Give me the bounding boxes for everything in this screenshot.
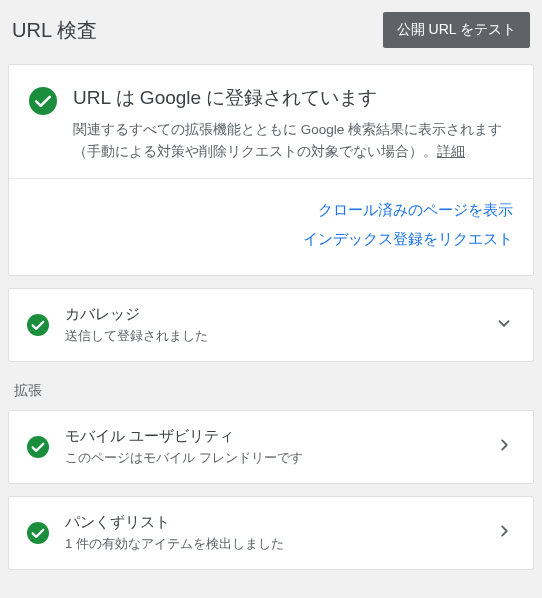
svg-point-0 <box>29 87 57 115</box>
chevron-down-icon <box>493 312 515 338</box>
row-body: カバレッジ 送信して登録されました <box>65 305 477 345</box>
indexing-status: URL は Google に登録されています 関連するすべての拡張機能とともに … <box>9 65 533 178</box>
breadcrumbs-row[interactable]: パンくずリスト 1 件の有効なアイテムを検出しました <box>8 496 534 570</box>
enhancements-label: 拡張 <box>0 374 542 410</box>
enhancement-title: モバイル ユーザビリティ <box>65 427 477 446</box>
success-check-icon <box>27 314 49 336</box>
status-description: 関連するすべての拡張機能とともに Google 検索結果に表示されます（手動によ… <box>73 119 513 162</box>
show-crawled-page-link[interactable]: クロール済みのページを表示 <box>29 201 513 220</box>
coverage-subtitle: 送信して登録されました <box>65 327 477 345</box>
row-body: パンくずリスト 1 件の有効なアイテムを検出しました <box>65 513 477 553</box>
details-link[interactable]: 詳細 <box>437 144 465 159</box>
page-title: URL 検査 <box>12 17 97 44</box>
actions: クロール済みのページを表示 インデックス登録をリクエスト <box>9 178 533 275</box>
success-check-icon <box>29 87 57 115</box>
coverage-title: カバレッジ <box>65 305 477 324</box>
request-indexing-link[interactable]: インデックス登録をリクエスト <box>29 230 513 249</box>
svg-point-3 <box>27 522 49 544</box>
test-live-url-button[interactable]: 公開 URL をテスト <box>383 12 530 48</box>
status-body: URL は Google に登録されています 関連するすべての拡張機能とともに … <box>73 85 513 162</box>
indexing-status-card: URL は Google に登録されています 関連するすべての拡張機能とともに … <box>8 64 534 276</box>
mobile-usability-row[interactable]: モバイル ユーザビリティ このページはモバイル フレンドリーです <box>8 410 534 484</box>
enhancement-subtitle: 1 件の有効なアイテムを検出しました <box>65 535 477 553</box>
chevron-right-icon <box>493 434 515 460</box>
header: URL 検査 公開 URL をテスト <box>0 0 542 64</box>
row-body: モバイル ユーザビリティ このページはモバイル フレンドリーです <box>65 427 477 467</box>
svg-point-2 <box>27 436 49 458</box>
enhancement-title: パンくずリスト <box>65 513 477 532</box>
success-check-icon <box>27 522 49 544</box>
coverage-row[interactable]: カバレッジ 送信して登録されました <box>8 288 534 362</box>
status-title: URL は Google に登録されています <box>73 85 513 111</box>
chevron-right-icon <box>493 520 515 546</box>
enhancement-subtitle: このページはモバイル フレンドリーです <box>65 449 477 467</box>
success-check-icon <box>27 436 49 458</box>
svg-point-1 <box>27 314 49 336</box>
